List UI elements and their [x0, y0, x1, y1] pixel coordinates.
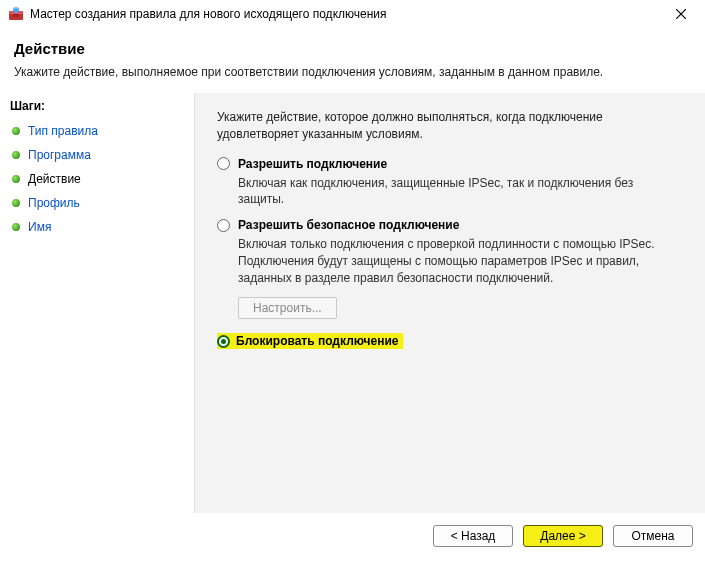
steps-sidebar: Шаги: Тип правила Программа Действие Про…: [0, 93, 194, 513]
option-desc: Включая только подключения с проверкой п…: [238, 236, 681, 286]
bullet-icon: [12, 175, 20, 183]
radio-block[interactable]: [217, 335, 230, 348]
back-button[interactable]: < Назад: [433, 525, 513, 547]
steps-title: Шаги:: [10, 99, 188, 113]
step-action[interactable]: Действие: [10, 167, 188, 191]
close-button[interactable]: [665, 3, 697, 25]
option-allow-secure[interactable]: Разрешить безопасное подключение Включая…: [217, 218, 681, 318]
step-label: Тип правила: [28, 124, 98, 138]
bullet-icon: [12, 127, 20, 135]
option-label: Разрешить подключение: [238, 157, 387, 171]
option-block[interactable]: Блокировать подключение: [217, 333, 681, 350]
window-title: Мастер создания правила для нового исход…: [30, 7, 387, 21]
bullet-icon: [12, 199, 20, 207]
firewall-icon: [8, 6, 24, 22]
bullet-icon: [12, 151, 20, 159]
radio-allow[interactable]: [217, 157, 230, 170]
step-rule-type[interactable]: Тип правила: [10, 119, 188, 143]
next-button[interactable]: Далее >: [523, 525, 603, 547]
option-label: Блокировать подключение: [236, 334, 399, 348]
wizard-buttons: < Назад Далее > Отмена: [433, 525, 693, 547]
step-profile[interactable]: Профиль: [10, 191, 188, 215]
step-label: Профиль: [28, 196, 80, 210]
step-label: Имя: [28, 220, 51, 234]
step-name[interactable]: Имя: [10, 215, 188, 239]
step-label: Действие: [28, 172, 81, 186]
content-intro: Укажите действие, которое должно выполня…: [217, 109, 681, 143]
option-label: Разрешить безопасное подключение: [238, 218, 459, 232]
page-subtitle: Укажите действие, выполняемое при соотве…: [14, 65, 691, 79]
wizard-header: Действие Укажите действие, выполняемое п…: [0, 28, 705, 83]
option-desc: Включая как подключения, защищенные IPSe…: [238, 175, 681, 209]
bullet-icon: [12, 223, 20, 231]
close-icon: [676, 9, 686, 19]
cancel-button[interactable]: Отмена: [613, 525, 693, 547]
svg-rect-2: [13, 14, 19, 17]
option-allow[interactable]: Разрешить подключение Включая как подклю…: [217, 157, 681, 209]
configure-button: Настроить...: [238, 297, 337, 319]
step-program[interactable]: Программа: [10, 143, 188, 167]
step-label: Программа: [28, 148, 91, 162]
content-panel: Укажите действие, которое должно выполня…: [194, 93, 705, 513]
page-title: Действие: [14, 40, 691, 57]
radio-allow-secure[interactable]: [217, 219, 230, 232]
title-bar: Мастер создания правила для нового исход…: [0, 0, 705, 28]
